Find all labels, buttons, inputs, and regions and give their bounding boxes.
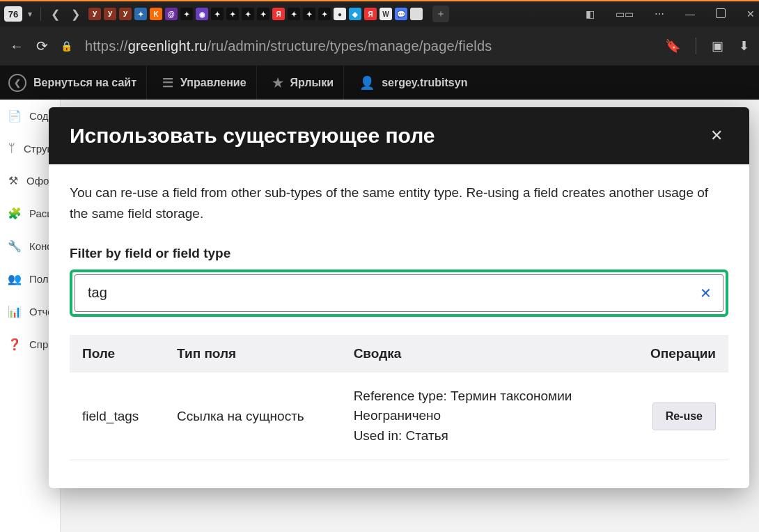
- toolbar-manage-label: Управление: [180, 77, 247, 89]
- reuse-field-dialog: Использовать существующее поле ✕ You can…: [49, 107, 749, 488]
- summary-line: Reference type: Термин таксономии: [354, 386, 611, 407]
- cell-field-name: field_tags: [70, 373, 164, 460]
- favicon[interactable]: K: [150, 8, 162, 20]
- user-icon: 👤: [359, 75, 375, 91]
- window-maximize-button[interactable]: [716, 8, 726, 20]
- address-bar: ← ⟳ 🔒 https://greenlight.ru/ru/admin/str…: [0, 26, 759, 65]
- filter-field-focus-ring: ✕: [70, 269, 728, 317]
- hamburger-icon: ☰: [162, 75, 173, 91]
- download-icon[interactable]: ⬇: [739, 38, 749, 54]
- favicon[interactable]: ✦: [242, 8, 254, 20]
- summary-line: Неограничено: [354, 406, 611, 426]
- url-host: greenlight.ru: [128, 38, 208, 54]
- favicon[interactable]: ✦: [288, 8, 300, 20]
- dialog-body: You can re-use a field from other sub-ty…: [49, 164, 749, 488]
- favicon[interactable]: У: [104, 8, 116, 20]
- collections-icon[interactable]: ▣: [712, 38, 723, 54]
- toolbar-back-to-site[interactable]: ❮ Вернуться на сайт: [7, 65, 147, 100]
- hierarchy-icon: ᛘ: [8, 142, 15, 155]
- favicon[interactable]: ✦: [180, 8, 193, 20]
- reuse-button[interactable]: Re-use: [652, 402, 716, 430]
- toolbar-user-label: sergey.trubitsyn: [382, 77, 467, 89]
- admin-toolbar: ❮ Вернуться на сайт ☰ Управление ★ Ярлык…: [0, 65, 759, 100]
- favicon[interactable]: ✦: [211, 8, 224, 20]
- clear-filter-button[interactable]: ✕: [700, 285, 712, 302]
- cell-summary: Reference type: Термин таксономии Неогра…: [341, 373, 624, 460]
- toolbar-back-label: Вернуться на сайт: [33, 77, 136, 89]
- favicon[interactable]: W: [380, 8, 392, 20]
- chevron-left-icon: ❮: [8, 74, 26, 92]
- dialog-title: Использовать существующее поле: [70, 124, 435, 148]
- toolbar-user[interactable]: 👤 sergey.trubitsyn: [350, 65, 477, 100]
- browser-tab-strip: 76 ▾ ❮ ❯ У У У ✦ K @ ✦ ◉ ✦ ✦ ✦ ✦ Я ✦ ✦ ✦…: [0, 0, 759, 26]
- summary-line: Used in: Статья: [354, 426, 611, 446]
- chevron-down-icon[interactable]: ▾: [25, 9, 35, 19]
- window-close-button[interactable]: ✕: [746, 8, 755, 19]
- dialog-description: You can re-use a field from other sub-ty…: [70, 182, 728, 225]
- favicon[interactable]: ●: [334, 8, 346, 20]
- fields-table: Поле Тип поля Сводка Операции field_tags…: [70, 335, 728, 461]
- favicon[interactable]: @: [165, 8, 178, 20]
- table-row: field_tags Ссылка на сущность Reference …: [70, 373, 728, 460]
- favicon[interactable]: ◆: [349, 8, 361, 20]
- favicon[interactable]: У: [119, 8, 132, 20]
- file-icon: 📄: [8, 109, 21, 123]
- wrench-icon: 🔧: [8, 240, 21, 253]
- nav-back-button[interactable]: ←: [10, 38, 24, 54]
- new-tab-button[interactable]: ＋: [432, 6, 449, 22]
- bookmark-icon[interactable]: 🔖: [665, 38, 680, 54]
- toolbar-shortcuts-label: Ярлыки: [290, 77, 334, 89]
- cell-operations: Re-use: [623, 373, 728, 460]
- lock-icon[interactable]: 🔒: [61, 40, 72, 52]
- url-display[interactable]: https://greenlight.ru/ru/admin/structure…: [85, 38, 492, 54]
- sidebar-toggle-icon[interactable]: ◧: [586, 8, 595, 19]
- filter-input[interactable]: [86, 284, 700, 302]
- favicon[interactable]: ✦: [318, 8, 331, 20]
- favicon[interactable]: Я: [272, 8, 285, 20]
- col-type: Тип поля: [164, 335, 341, 373]
- filter-field: ✕: [75, 274, 723, 312]
- cell-field-type: Ссылка на сущность: [164, 373, 341, 460]
- favicon[interactable]: ✦: [226, 8, 239, 20]
- col-field: Поле: [70, 335, 164, 373]
- users-icon: 👥: [8, 272, 21, 285]
- favicon[interactable]: ◉: [196, 8, 208, 20]
- favicon[interactable]: Я: [364, 8, 377, 20]
- help-icon: ❓: [8, 338, 21, 351]
- favicon[interactable]: [410, 8, 423, 20]
- tab-count-badge[interactable]: 76: [4, 6, 22, 22]
- window-minimize-button[interactable]: —: [685, 8, 695, 19]
- tab-favicons: У У У ✦ K @ ✦ ◉ ✦ ✦ ✦ ✦ Я ✦ ✦ ✦ ● ◆ Я W …: [88, 8, 423, 20]
- tabnav-next-icon[interactable]: ❯: [67, 8, 84, 21]
- tabnav-prev-icon[interactable]: ❮: [47, 8, 64, 21]
- favicon[interactable]: ✦: [134, 8, 147, 20]
- separator: [696, 38, 696, 54]
- url-prefix: https://: [85, 38, 128, 54]
- favicon[interactable]: У: [88, 8, 101, 20]
- toolbar-shortcuts[interactable]: ★ Ярлыки: [263, 65, 345, 100]
- nav-reload-button[interactable]: ⟳: [36, 38, 48, 54]
- col-summary: Сводка: [341, 335, 624, 373]
- star-icon: ★: [272, 75, 283, 91]
- favicon[interactable]: ✦: [257, 8, 269, 20]
- separator: [40, 7, 41, 21]
- col-operations: Операции: [623, 335, 728, 373]
- gavel-icon: ⚒: [8, 174, 18, 187]
- library-icon[interactable]: ▭▭: [616, 8, 634, 19]
- menu-icon[interactable]: ⋯: [655, 8, 664, 19]
- url-path: /ru/admin/structure/types/manage/page/fi…: [207, 38, 492, 54]
- favicon[interactable]: 💬: [395, 8, 407, 20]
- dialog-close-button[interactable]: ✕: [705, 124, 728, 148]
- dialog-header: Использовать существующее поле ✕: [49, 107, 749, 164]
- chart-icon: 📊: [8, 305, 21, 318]
- filter-label: Filter by field or field type: [70, 246, 728, 261]
- favicon[interactable]: ✦: [303, 8, 315, 20]
- toolbar-manage[interactable]: ☰ Управление: [152, 65, 257, 100]
- puzzle-icon: 🧩: [8, 207, 21, 220]
- table-header-row: Поле Тип поля Сводка Операции: [70, 335, 728, 373]
- window-controls: ◧ ▭▭ ⋯ — ✕: [586, 8, 755, 20]
